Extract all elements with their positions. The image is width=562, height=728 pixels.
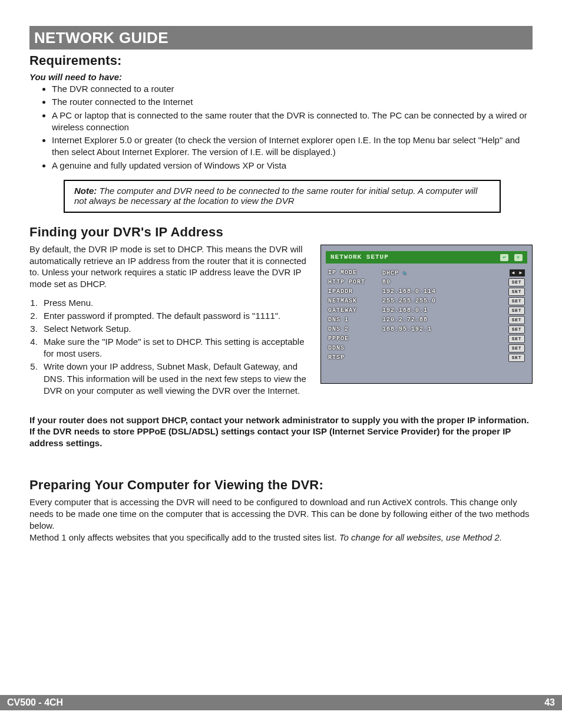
router-note: If your router does not support DHCP, co… [29,414,533,449]
row-label: HTTP PORT [328,279,380,285]
finding-steps: Press Menu. Enter password if prompted. … [40,297,310,397]
list-item: A genuine and fully updated version of W… [52,160,533,172]
list-item: Select Network Setup. [40,323,310,335]
row-value: DHCP ↖ [382,269,507,276]
note-text: The computer and DVR need to be connecte… [74,186,477,206]
list-item: Make sure the "IP Mode" is set to DHCP. … [40,336,310,360]
row-rtsp: RTSPSET [328,353,525,363]
row-label: DNS 1 [328,317,380,323]
list-item: Enter password if prompted. The default … [40,310,310,322]
set-button: SET [508,344,525,353]
footer-page: 43 [544,697,555,708]
screenshot-titlebar: NETWORK SETUP ↩ ✕ [326,251,527,263]
preparing-p2a: Method 1 only affects websites that you … [29,532,339,542]
row-value: 120.2.72.88 [382,317,506,323]
row-label: IPADDR [328,288,380,295]
row-dns2: DNS 2168.95.192.1SET [328,325,525,334]
network-setup-screenshot: NETWORK SETUP ↩ ✕ IP MODE DHCP ↖ ◀▶ HTTP… [320,245,533,384]
preparing-p1: Every computer that is accessing the DVR… [29,496,533,532]
row-gateway: GATEWAY192.168.0.1SET [328,306,525,315]
row-pppoe: PPPOESET [328,334,525,344]
set-button: SET [508,325,525,334]
row-label: DNS 2 [328,326,380,332]
note-box: Note: The computer and DVR need to be co… [64,180,501,213]
finding-intro: By default, the DVR IP mode is set to DH… [29,243,310,290]
page-header: NETWORK GUIDE [29,26,533,50]
set-button: SET [508,297,525,305]
list-item: Write down your IP address, Subnet Mask,… [40,361,310,396]
row-value: 192.168.0.1 [382,307,506,314]
row-label: PPPOE [328,335,380,342]
requirements-list: The DVR connected to a router The router… [52,83,533,172]
row-label: IP MODE [328,269,380,276]
row-ip-mode: IP MODE DHCP ↖ ◀▶ [328,268,525,278]
finding-heading: Finding your DVR's IP Address [29,225,533,240]
row-http-port: HTTP PORT80SET [328,278,525,287]
page-footer: CV500 - 4CH 43 [0,695,562,710]
back-icon: ↩ [500,254,508,261]
set-button: SET [508,316,525,324]
row-ddns: DDNSSET [328,344,525,353]
requirements-heading: Requirements: [29,53,533,68]
row-label: DDNS [328,345,380,351]
set-button: SET [508,354,525,362]
preparing-p2b: To change for all websites, use Method 2… [339,532,502,542]
row-value: 192.168.0.114 [382,288,506,295]
note-label: Note: [74,186,100,196]
screenshot-title: NETWORK SETUP [330,253,389,261]
row-netmask: NETMASK255.255.255.0SET [328,297,525,306]
set-button: SET [508,307,525,315]
list-item: Press Menu. [40,297,310,309]
screenshot-rows: IP MODE DHCP ↖ ◀▶ HTTP PORT80SET IPADDR1… [326,268,527,363]
set-button: SET [508,335,525,343]
list-item: The DVR connected to a router [52,83,533,95]
finding-left-col: By default, the DVR IP mode is set to DH… [29,243,310,404]
row-ipaddr: IPADDR192.168.0.114SET [328,287,525,297]
row-label: RTSP [328,354,380,361]
close-icon: ✕ [514,254,523,261]
right-arrow-icon: ▶ [517,269,525,276]
page: NETWORK GUIDE Requirements: You will nee… [0,0,562,728]
row-label: GATEWAY [328,307,380,314]
arrows-control: ◀▶ [510,269,525,276]
row-value: 80 [382,279,506,285]
row-value: 168.95.192.1 [382,326,506,332]
preparing-heading: Preparing Your Computer for Viewing the … [29,477,533,493]
titlebar-icons: ↩ ✕ [499,253,523,261]
row-value: 255.255.255.0 [382,298,506,304]
footer-model: CV500 - 4CH [7,697,63,708]
list-item: The router connected to the Internet [52,96,533,108]
finding-section: By default, the DVR IP mode is set to DH… [29,243,533,404]
row-label: NETMASK [328,298,380,304]
list-item: Internet Explorer 5.0 or greater (to che… [52,134,533,159]
list-item: A PC or laptop that is connected to the … [52,110,533,134]
left-arrow-icon: ◀ [510,269,517,276]
set-button: SET [508,288,525,296]
set-button: SET [508,278,525,286]
cursor-icon: ↖ [403,270,407,276]
requirements-need: You will need to have: [29,72,533,82]
row-dns1: DNS 1120.2.72.88SET [328,315,525,325]
preparing-p2: Method 1 only affects websites that you … [29,532,533,543]
